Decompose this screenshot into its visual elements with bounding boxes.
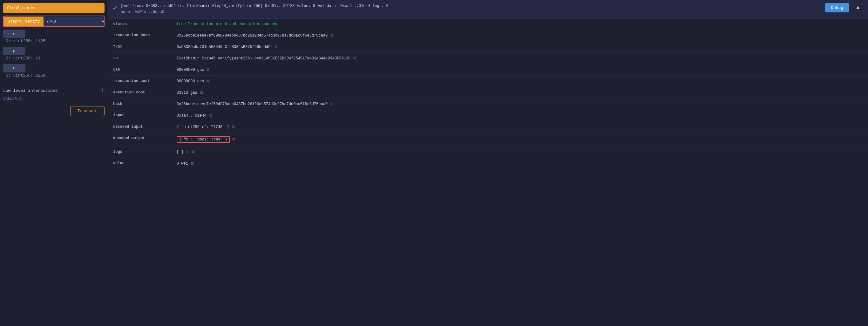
field-value: 0xaa4...01e44⧉ xyxy=(172,110,868,121)
field-label: decoded output xyxy=(108,133,172,146)
param-g-value: 0: uint256: 11 xyxy=(3,55,104,61)
table-row: from0x5B38Da6a701c568545dCfcB03FcB875f56… xyxy=(108,41,868,53)
copy-icon[interactable]: ⧉ xyxy=(232,137,235,142)
field-label: from xyxy=(108,41,172,53)
copy-icon[interactable]: ⧉ xyxy=(209,113,212,118)
right-panel: ✔ [vm] from: 0x5B3...eddC4 to: FiatShami… xyxy=(108,0,868,326)
tx-header: ✔ [vm] from: 0x5B3...eddC4 to: FiatShami… xyxy=(108,0,868,19)
param-c-button[interactable]: c xyxy=(3,30,25,38)
calldata-label: CALLDATA xyxy=(3,97,104,101)
copy-icon[interactable]: ⧉ xyxy=(275,45,278,49)
table-row: hash0x26bcbe1eeee7ef69d079aeb0437bc26190… xyxy=(108,98,868,110)
copy-icon[interactable]: ⧉ xyxy=(232,124,235,129)
field-label: status xyxy=(108,19,172,30)
param-n-value: 0: uint256: 8269 xyxy=(3,72,104,79)
check-icon: ✔ xyxy=(113,4,117,12)
field-label: execution cost xyxy=(108,87,172,98)
step45-button[interactable]: Step45_verify xyxy=(4,17,43,26)
table-row: transaction cost80000000 gas⧉ xyxy=(108,76,868,87)
field-value: FiatShamir.Step45_verify(uint256) 0xd914… xyxy=(172,53,868,64)
divider xyxy=(3,83,104,83)
field-value: 0x26bcbe1eeee7ef69d079aeb0437bc26190eb57… xyxy=(172,30,868,41)
table-row: decoded output{ "0": "bool: true" }⧉ xyxy=(108,133,868,146)
copy-icon[interactable]: ⧉ xyxy=(330,102,333,107)
copy-icon[interactable]: ⧉ xyxy=(207,67,209,72)
table-row: logs[ ]⧉⧉ xyxy=(108,146,868,158)
copy-icon[interactable]: ⧉ xyxy=(330,33,333,38)
table-row: toFiatShamir.Step45_verify(uint256) 0xd9… xyxy=(108,53,868,64)
tx-summary-line1: [vm] from: 0x5B3...eddC4 to: FiatShamir.… xyxy=(121,4,389,8)
table-row: execution cost33313 gas⧉ xyxy=(108,87,868,98)
field-label: value xyxy=(108,158,172,169)
field-value: { "0": "bool: true" }⧉ xyxy=(172,133,868,146)
param-g-button[interactable]: g xyxy=(3,47,25,55)
copy-icon[interactable]: ⧉ xyxy=(207,79,209,84)
field-value: 80000000 gas⧉ xyxy=(172,76,868,87)
left-panel: Step3_rando... Step45_verify ▾ c 0: uint… xyxy=(0,0,108,326)
field-value: 0x5B38Da6a701c568545dCfcB03FcB875f56bedd… xyxy=(172,41,868,53)
field-label: to xyxy=(108,53,172,64)
step3-button[interactable]: Step3_rando... xyxy=(3,3,104,13)
param-c-value: 0: uint256: 1125 xyxy=(3,38,104,44)
step45-input[interactable] xyxy=(43,17,99,26)
step45-row: Step45_verify ▾ xyxy=(3,16,104,27)
field-value: 0x26bcbe1eeee7ef69d079aeb0437bc26190eb57… xyxy=(172,98,868,110)
param-c-section: c 0: uint256: 1125 xyxy=(3,30,104,44)
field-value: 80000000 gas⧉ xyxy=(172,64,868,76)
table-row: transaction hash0x26bcbe1eeee7ef69d079ae… xyxy=(108,30,868,41)
field-value: 33313 gas⧉ xyxy=(172,87,868,98)
field-value: [ ]⧉⧉ xyxy=(172,146,868,158)
transact-button[interactable]: Transact xyxy=(70,106,104,116)
copy-icon[interactable]: ⧉ xyxy=(353,56,356,61)
field-label: hash xyxy=(108,98,172,110)
chevron-down-icon[interactable]: ▾ xyxy=(99,16,104,26)
copy-icon[interactable]: ⧉ xyxy=(191,161,193,166)
field-value: true Transaction mined and execution suc… xyxy=(172,19,868,30)
decoded-output-highlight: { "0": "bool: true" } xyxy=(177,136,230,143)
field-value: 0 wei⧉ xyxy=(172,158,868,169)
table-row: statustrue Transaction mined and executi… xyxy=(108,19,868,30)
debug-button[interactable]: Debug xyxy=(825,3,849,12)
field-label: decoded input xyxy=(108,121,172,133)
copy-icon-extra[interactable]: ⧉ xyxy=(192,150,194,154)
table-row: value0 wei⧉ xyxy=(108,158,868,169)
status-value: true Transaction mined and execution suc… xyxy=(177,22,277,26)
low-level-label: Low level interactions xyxy=(3,88,58,93)
collapse-button[interactable]: ▲ xyxy=(853,3,863,11)
param-g-section: g 0: uint256: 11 xyxy=(3,47,104,61)
field-label: logs xyxy=(108,146,172,158)
field-label: input xyxy=(108,110,172,121)
table-row: decoded input{ "uint256 r": "7748" }⧉ xyxy=(108,121,868,133)
copy-icon[interactable]: ⧉ xyxy=(186,150,189,154)
copy-icon[interactable]: ⧉ xyxy=(200,90,203,95)
info-icon[interactable]: ⓘ xyxy=(100,88,104,93)
tx-summary-line2: hash: 0x26b...6caa0 xyxy=(121,10,164,14)
field-label: gas xyxy=(108,64,172,76)
tx-detail-table: statustrue Transaction mined and executi… xyxy=(108,19,868,169)
low-level-header: Low level interactions ⓘ xyxy=(3,88,104,93)
param-n-button[interactable]: n xyxy=(3,64,25,72)
param-n-section: n 0: uint256: 8269 xyxy=(3,64,104,79)
table-row: gas80000000 gas⧉ xyxy=(108,64,868,76)
field-value: { "uint256 r": "7748" }⧉ xyxy=(172,121,868,133)
field-label: transaction cost xyxy=(108,76,172,87)
field-label: transaction hash xyxy=(108,30,172,41)
table-row: input0xaa4...01e44⧉ xyxy=(108,110,868,121)
tx-summary: [vm] from: 0x5B3...eddC4 to: FiatShamir.… xyxy=(121,3,821,15)
